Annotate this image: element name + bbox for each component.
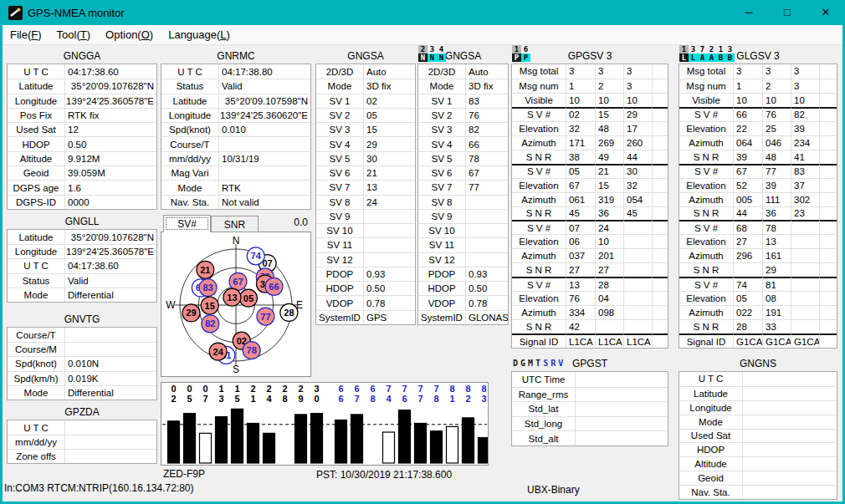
- gngns-table: U T CLatitudeLongitudeModeUsed SatHDOPAl…: [679, 371, 837, 500]
- bar-label-bottom: 2: [171, 394, 176, 404]
- table-cell-value: [363, 223, 415, 237]
- table-cell-label: HDOP: [418, 281, 465, 295]
- table-cell-value: 29: [363, 136, 415, 150]
- table-cell-value: L1CA: [566, 333, 595, 348]
- table-cell-label: SV 11: [316, 237, 363, 252]
- table-cell-label: HDOP: [316, 281, 363, 295]
- table-cell-label: S N R: [679, 206, 733, 221]
- menu-item-language[interactable]: Language(L): [161, 28, 238, 41]
- table-cell-value: 21: [363, 165, 415, 180]
- table-cell-label: HDOP: [679, 442, 742, 456]
- bar-label-top: 2: [266, 384, 271, 394]
- table-cell-value: [742, 456, 837, 471]
- table-cell-label: Longitude: [161, 108, 218, 122]
- table-cell-value: 05: [733, 291, 762, 305]
- panel-gngll: GNGLL Latitude35°20'09.107628"NLongitude…: [7, 214, 157, 303]
- bar-label-bottom: 6: [338, 394, 343, 404]
- table-cell-label: SV 5: [316, 151, 363, 165]
- badge-column: 3N: [428, 45, 437, 62]
- menu-item-file[interactable]: File(F): [3, 28, 49, 41]
- tab-sv-number[interactable]: SV#: [163, 215, 211, 232]
- compass-west: W: [166, 299, 176, 311]
- table-cell-value: [652, 93, 668, 107]
- table-cell-label: SV 7: [418, 180, 465, 194]
- bar-label-bottom: 3: [481, 394, 486, 404]
- table-cell-value: [623, 248, 652, 262]
- table-cell-label: SV 1: [316, 94, 363, 108]
- table-cell-label: Zone offs: [8, 449, 64, 463]
- table-cell-value: 35°20'09.107628"N: [64, 230, 156, 244]
- table-cell-label: Visible: [679, 93, 733, 107]
- table-cell-label: S N R: [512, 262, 566, 277]
- table-cell-value: G1CA: [762, 333, 791, 348]
- badge-column: 1L: [679, 45, 689, 62]
- status-protocol: UBX-Binary: [527, 484, 580, 496]
- table-cell-value: 296: [733, 248, 762, 262]
- panel-title-gpgsv: GPGSV 3: [511, 48, 668, 64]
- gngga-table: U T C04:17:38.60Latitude35°20'09.107628"…: [7, 64, 157, 210]
- table-cell-value: 13: [566, 277, 595, 291]
- table-cell-value: 45: [566, 206, 595, 221]
- table-cell-label: VDOP: [316, 295, 363, 309]
- table-cell-value: [363, 237, 415, 252]
- table-cell-label: SV 1: [418, 94, 465, 108]
- bar-label-top: 8: [449, 384, 454, 394]
- table-cell-value: 064: [733, 135, 762, 150]
- table-cell-value: 3: [566, 64, 595, 79]
- table-cell-label: S N R: [679, 319, 733, 333]
- table-cell-value: [575, 401, 668, 416]
- table-cell-value: [819, 234, 837, 248]
- snr-bar-30: [311, 414, 323, 463]
- table-cell-value: 45: [623, 206, 652, 221]
- bar-label-top: 0: [171, 384, 176, 394]
- satellite-label-67: 67: [233, 277, 243, 287]
- panel-title-gpzda: GPZDA: [7, 405, 157, 420]
- table-cell-value: [742, 429, 837, 443]
- table-cell-value: [652, 333, 668, 348]
- table-cell-value: 04:17:38.80: [218, 64, 310, 79]
- gnvtg-table: Course/TCourse/MSpd(knot)0.010NSpd(km/h)…: [7, 327, 157, 400]
- menu-item-option[interactable]: Option(O): [98, 28, 161, 41]
- menu-item-tool[interactable]: Tool(T): [49, 28, 98, 41]
- menu-bar: File(F)Tool(T)Option(O)Language(L): [3, 25, 842, 45]
- table-cell-label: Elevation: [679, 291, 733, 305]
- table-cell-value: 32: [566, 121, 595, 135]
- table-cell-value: [819, 135, 837, 150]
- table-cell-value: 83: [465, 94, 508, 108]
- table-cell-label: Mode: [679, 415, 742, 429]
- tab-snr[interactable]: SNR: [211, 216, 259, 232]
- bar-label-top: 0: [187, 384, 192, 394]
- table-cell-value: 037: [566, 248, 595, 262]
- table-cell-label: Range_rms: [512, 387, 575, 402]
- snr-bar-24: [264, 433, 275, 463]
- table-cell-value: 48: [762, 150, 791, 164]
- table-cell-label: SV 6: [418, 165, 465, 180]
- title-bar: GPS-NMEA monitor ─ □ ✕: [0, 0, 845, 25]
- maximize-button[interactable]: □: [768, 0, 807, 25]
- table-cell-label: DGPS age: [8, 180, 64, 194]
- table-cell-value: 49: [595, 150, 623, 164]
- table-cell-value: [791, 319, 819, 333]
- table-cell-value: 171: [566, 135, 595, 150]
- table-cell-value: [742, 372, 837, 386]
- bar-label-top: 6: [338, 384, 343, 394]
- table-cell-value: 13: [363, 180, 415, 194]
- table-cell-value: [652, 319, 668, 333]
- table-cell-value: 0.50: [465, 281, 508, 295]
- minimize-button[interactable]: ─: [730, 0, 768, 25]
- table-cell-value: 02: [566, 107, 595, 121]
- table-cell-value: 82: [791, 107, 819, 121]
- table-cell-label: S V #: [512, 220, 566, 234]
- table-cell-label: Status: [8, 273, 64, 288]
- table-cell-label: SV 11: [418, 237, 465, 252]
- table-cell-value: 269: [595, 135, 623, 150]
- table-cell-label: Longitude: [679, 400, 742, 415]
- close-button[interactable]: ✕: [807, 0, 845, 25]
- table-cell-value: [652, 150, 668, 164]
- table-cell-label: Spd(km/h): [8, 371, 64, 385]
- bar-label-top: 7: [417, 384, 422, 394]
- table-cell-label: Azimuth: [512, 305, 566, 319]
- table-cell-value: [819, 93, 837, 107]
- bar-label-bottom: 5: [234, 394, 239, 404]
- table-cell-value: Not valid: [218, 195, 310, 209]
